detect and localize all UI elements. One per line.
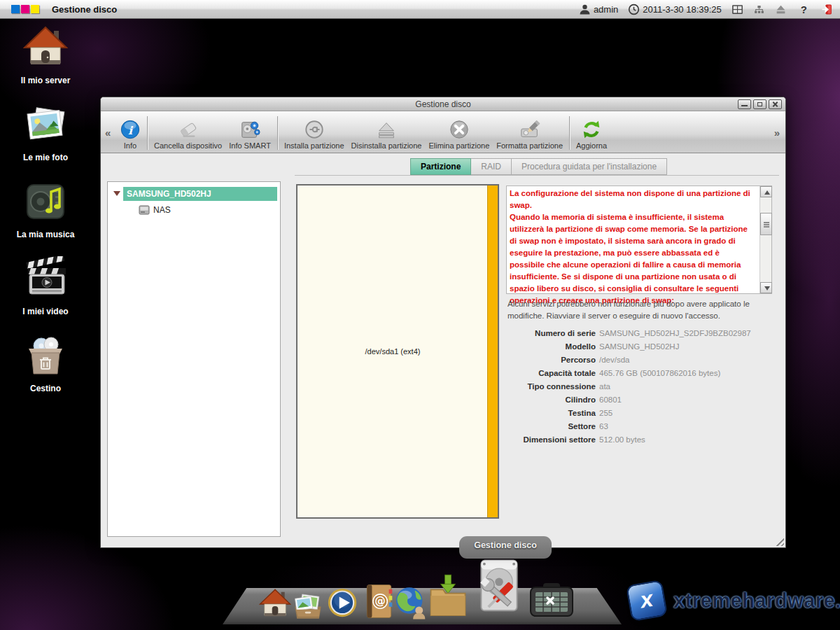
minimize-button[interactable] — [738, 99, 751, 109]
tree-node-label: NAS — [153, 205, 171, 215]
logo-square-blue — [11, 5, 20, 13]
maximize-button[interactable] — [753, 99, 766, 109]
refresh-icon — [581, 119, 602, 140]
partition-label: /dev/sda1 (ext4) — [298, 347, 488, 356]
refresh-button[interactable]: Aggiorna — [573, 118, 610, 151]
video-icon — [23, 256, 68, 301]
format-partition-button[interactable]: Formatta partizione — [493, 118, 566, 151]
eject-icon[interactable] — [775, 4, 787, 15]
toolbar-separator — [569, 116, 570, 150]
desktop-item-photos[interactable]: Le mie foto — [10, 102, 81, 162]
svg-text:@: @ — [374, 595, 386, 608]
watermark-text: xtremehardware.it — [673, 589, 840, 612]
desktop-item-trash[interactable]: Cestino — [10, 333, 81, 393]
arrow-down-icon — [764, 286, 770, 290]
tree-node-disk[interactable]: SAMSUNG_HD502HJ — [123, 187, 277, 201]
logo-square-yellow — [31, 5, 39, 13]
minimize-icon — [741, 105, 748, 106]
close-button[interactable] — [769, 99, 782, 109]
dock-media-player-icon[interactable] — [326, 587, 358, 619]
detail-row: Tipo connessioneata — [506, 379, 772, 393]
smart-info-button[interactable]: Info SMART — [225, 118, 274, 151]
trash-icon — [23, 333, 68, 378]
home-icon — [23, 25, 68, 70]
scroll-up-button[interactable] — [760, 186, 772, 197]
dock-tooltip-label: Gestione disco — [474, 540, 537, 550]
toolbar-overflow-right[interactable]: » — [774, 127, 780, 139]
dock-download-folder-icon[interactable] — [428, 573, 468, 619]
desktop-item-videos[interactable]: I miei video — [10, 256, 81, 316]
swap-warning-text: La configurazione del sistema non dispon… — [510, 188, 756, 307]
desktop-item-label: I miei video — [10, 307, 81, 316]
username: admin — [594, 4, 618, 15]
window-titlebar[interactable]: Gestione disco — [101, 97, 785, 111]
dock-disk-tools-icon[interactable] — [470, 559, 528, 616]
info-button[interactable]: i Info — [116, 118, 144, 151]
window-toolbar: « i Info Cancella dispositivo — [101, 111, 785, 153]
dock-contacts-icon[interactable]: @ — [363, 584, 393, 619]
scroll-down-button[interactable] — [760, 282, 772, 293]
detail-row: Testina255 — [506, 406, 772, 419]
detail-row: Dimensioni settore512.00 bytes — [506, 433, 772, 446]
help-button[interactable]: ? — [797, 4, 811, 15]
tab-install-wizard[interactable]: Procedura guidata per l'installazione — [512, 158, 667, 175]
clock: 2011-3-30 18:39:25 — [628, 4, 722, 15]
disk-small-icon — [139, 205, 150, 215]
active-app-title: Gestione disco — [52, 4, 117, 15]
swap-warning-box: La configurazione del sistema non dispon… — [506, 186, 772, 294]
window-resize-grip[interactable] — [774, 536, 784, 546]
plug-icon — [304, 119, 325, 140]
dock-toolbox-icon[interactable] — [529, 582, 574, 617]
install-partition-button[interactable]: Installa partizione — [281, 118, 348, 151]
uninstall-partition-button[interactable]: Disinstalla partizione — [348, 118, 426, 151]
window-grid-icon[interactable] — [732, 4, 743, 15]
desktop-item-label: Le mie foto — [10, 153, 81, 162]
devices-icon[interactable] — [753, 4, 765, 15]
dock-photos-icon[interactable] — [291, 589, 325, 622]
logo-square-magenta — [21, 5, 29, 13]
disk-gears-icon — [239, 119, 260, 140]
datetime: 2011-3-30 18:39:25 — [643, 4, 722, 15]
tab-raid[interactable]: RAID — [471, 158, 512, 175]
delete-partition-button[interactable]: Elimina partizione — [425, 118, 493, 151]
eject-partition-icon — [376, 119, 397, 140]
erase-device-button[interactable]: Cancella dispositivo — [150, 118, 225, 151]
partition-map[interactable]: /dev/sda1 (ext4) — [296, 184, 499, 519]
desktop-item-server[interactable]: Il mio server — [10, 25, 81, 85]
delete-x-icon — [449, 119, 470, 140]
tab-bar: Partizione RAID Procedura guidata per l'… — [410, 158, 667, 175]
warning-scrollbar[interactable] — [760, 186, 771, 293]
detail-row: Cilindro60801 — [506, 393, 772, 406]
desktop-item-label: La mia musica — [10, 230, 81, 239]
arrow-up-icon — [764, 190, 770, 195]
desktop-item-label: Il mio server — [10, 76, 81, 85]
window-title: Gestione disco — [415, 99, 470, 109]
tree-node-nas[interactable]: NAS — [139, 205, 280, 215]
dock-tooltip: Gestione disco — [459, 536, 552, 559]
desktop-item-music[interactable]: La mia musica — [10, 179, 81, 239]
watermark-x-logo: x — [626, 580, 668, 622]
user-menu[interactable]: admin — [579, 4, 618, 15]
partition-used-stripe — [487, 186, 498, 517]
music-icon — [23, 179, 68, 224]
toolbar-separator — [147, 116, 148, 150]
tree-expand-caret[interactable] — [113, 191, 120, 196]
user-icon — [579, 4, 591, 15]
dock-network-globe-icon[interactable] — [393, 585, 428, 620]
clock-icon — [628, 4, 640, 15]
dock-home-icon[interactable] — [259, 588, 291, 620]
tab-partizione[interactable]: Partizione — [410, 158, 471, 175]
detail-row: Percorso/dev/sda — [506, 353, 772, 366]
device-tree-panel: SAMSUNG_HD502HJ NAS — [107, 181, 281, 537]
toolbar-separator — [277, 116, 278, 150]
tab-underline — [295, 175, 779, 176]
logout-icon[interactable] — [821, 4, 833, 15]
detail-row: ModelloSAMSUNG_HD502HJ — [506, 340, 772, 353]
toolbar-overflow-left[interactable]: « — [105, 127, 111, 139]
detail-row: Capacità totale465.76 GB (500107862016 b… — [506, 366, 772, 379]
scrollbar-thumb[interactable] — [760, 213, 772, 235]
system-menubar: Gestione disco admin 2011-3-30 18:39:25 … — [0, 0, 840, 19]
info-icon: i — [120, 119, 141, 140]
scrollbar-grip — [764, 222, 769, 223]
detail-row: Numero di serieSAMSUNG_HD502HJ_S2DFJ9BZB… — [506, 326, 772, 340]
